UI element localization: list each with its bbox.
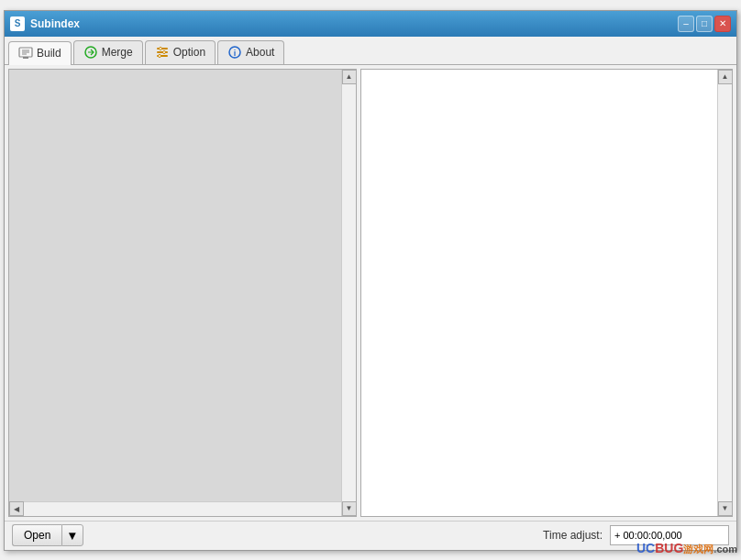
option-icon: [155, 45, 170, 60]
left-panel-content: [9, 70, 356, 501]
content-area: ▲ ▼ ◀ ▶ ▲ ▼: [5, 65, 736, 550]
title-bar: S Subindex – □ ✕: [5, 11, 736, 37]
left-scroll-h-track[interactable]: [24, 502, 341, 516]
left-scrollbar-h: ◀ ▶: [9, 501, 356, 516]
tab-bar: Build Merge Option i: [5, 37, 736, 65]
merge-icon: [83, 45, 98, 60]
svg-point-10: [162, 51, 165, 54]
title-bar-left: S Subindex: [10, 16, 80, 31]
build-icon: [18, 46, 33, 60]
svg-text:i: i: [234, 49, 237, 58]
about-icon: i: [227, 45, 242, 60]
open-button[interactable]: Open: [12, 524, 61, 546]
tab-about-label: About: [246, 46, 274, 59]
dropdown-arrow-icon: ▼: [66, 529, 78, 543]
svg-point-11: [158, 55, 160, 58]
svg-rect-4: [23, 57, 28, 59]
tab-merge[interactable]: Merge: [73, 40, 143, 64]
right-scroll-up[interactable]: ▲: [718, 70, 733, 84]
open-dropdown-button[interactable]: ▼: [61, 524, 83, 546]
svg-point-9: [159, 48, 161, 50]
tab-build[interactable]: Build: [8, 41, 72, 65]
main-panels: ▲ ▼ ◀ ▶ ▲ ▼: [5, 65, 736, 521]
tab-merge-label: Merge: [102, 46, 133, 59]
left-scroll-down[interactable]: ▼: [342, 501, 357, 516]
tab-build-label: Build: [37, 47, 61, 60]
right-panel: ▲ ▼: [360, 69, 733, 517]
right-scrollbar-v: ▲ ▼: [717, 70, 732, 516]
main-window: S Subindex – □ ✕ Build Merge: [4, 10, 737, 551]
left-scroll-left[interactable]: ◀: [9, 501, 24, 516]
window-controls: – □ ✕: [678, 16, 731, 32]
maximize-button[interactable]: □: [696, 16, 713, 32]
right-panel-content: [361, 70, 732, 516]
right-scroll-track[interactable]: [718, 84, 732, 501]
minimize-button[interactable]: –: [678, 16, 694, 32]
left-scroll-track[interactable]: [342, 84, 356, 501]
time-adjust-label: Time adjust:: [543, 529, 603, 542]
time-adjust-input[interactable]: [610, 525, 729, 545]
right-scroll-down[interactable]: ▼: [718, 501, 733, 516]
app-icon: S: [10, 16, 25, 31]
left-scrollbar-v: ▲ ▼: [341, 70, 356, 516]
left-panel: ▲ ▼ ◀ ▶: [8, 69, 357, 517]
left-scroll-up[interactable]: ▲: [342, 70, 357, 84]
tab-about[interactable]: i About: [217, 40, 284, 64]
tab-option-label: Option: [173, 46, 205, 59]
window-title: Subindex: [30, 17, 80, 30]
tab-option[interactable]: Option: [145, 40, 216, 64]
close-button[interactable]: ✕: [714, 16, 731, 32]
bottom-bar: Open ▼ Time adjust: UC BUG 游戏网 . com: [5, 521, 736, 550]
open-button-group: Open ▼: [12, 524, 83, 546]
